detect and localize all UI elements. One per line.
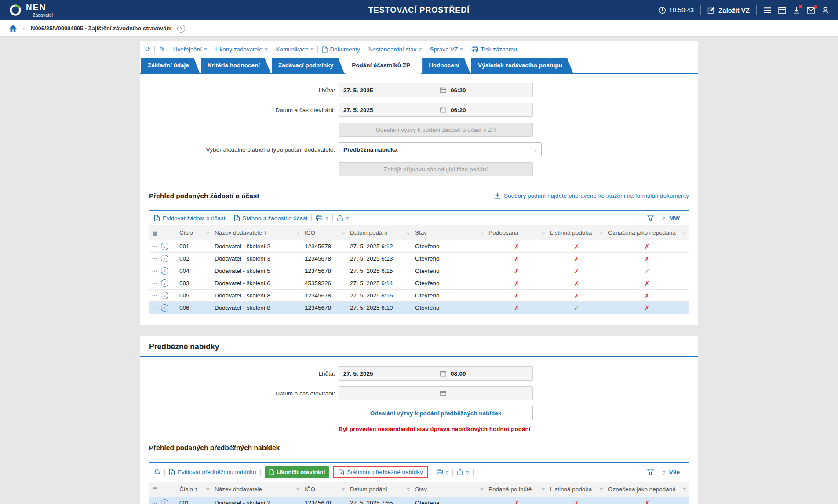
menu-tisk-zaznamu[interactable]: Tisk záznamu — [471, 46, 517, 53]
calendar-icon[interactable] — [778, 7, 786, 14]
tab-kriteria-hodnoceni[interactable]: Kritéria hodnocení — [201, 58, 270, 73]
notifications-bell-icon[interactable] — [154, 469, 160, 476]
menu-uverejneni[interactable]: Uveřejnění ▽ — [173, 46, 207, 53]
table-row[interactable]: •••i002Dodavatel - školení 31234567827. … — [149, 253, 689, 265]
filter-dropdown-icon[interactable]: ▽ — [600, 231, 603, 235]
send-preliminary-request-button[interactable]: Odeslání výzvy k podání předběžných nabí… — [339, 406, 533, 420]
row-menu-icon[interactable]: ••• — [152, 244, 157, 249]
calendar-icon[interactable] — [440, 390, 446, 396]
row-menu-icon[interactable]: ••• — [152, 269, 157, 273]
edit-icon[interactable]: ✎ — [159, 46, 164, 53]
row-info-icon[interactable]: i — [161, 304, 168, 312]
export-button[interactable]: ▽ — [337, 215, 349, 221]
row-info-icon[interactable]: i — [161, 267, 168, 275]
opening-field[interactable]: 27. 5. 2025 06:20 — [339, 103, 533, 117]
export-button[interactable]: ▽ — [457, 469, 469, 475]
col-ico[interactable]: IČO▽ — [302, 225, 347, 240]
filter-dropdown-icon[interactable]: ▽ — [683, 487, 686, 492]
col-cislo[interactable]: Číslo↑▽ — [177, 482, 212, 497]
preliminary-lhuta-field[interactable]: 27. 5. 2025 08:00 — [339, 366, 533, 381]
row-info-icon[interactable]: i — [161, 279, 168, 287]
close-record-icon[interactable]: ✕ — [177, 25, 185, 33]
evidovat-nabidku-button[interactable]: Evidovat předběžnou nabídku — [169, 469, 256, 475]
evidovat-zadost-button[interactable]: Evidovat žádost o účast — [154, 215, 226, 221]
print-button[interactable]: ▽ — [436, 469, 449, 475]
ukoncit-otevirani-button[interactable]: Ukončit otevírání — [265, 466, 330, 478]
send-request-button[interactable]: Odeslání výzvy k podání žádosti o účast … — [339, 123, 533, 137]
table-row[interactable]: •••i004Dodavatel - školení 51234567827. … — [149, 265, 689, 277]
filter-dropdown-icon[interactable]: ▽ — [480, 231, 483, 235]
stahnout-nabidky-button[interactable]: Stáhnout předběžné nabídky — [333, 466, 428, 478]
files-download-link[interactable]: Soubory podání najdete připravené ke sta… — [494, 192, 689, 199]
col-datum-podani[interactable]: Datum podání▽ — [347, 482, 412, 497]
lhuta-field[interactable]: 27. 5. 2025 06:20 — [339, 83, 533, 97]
menu-dokumenty[interactable]: Dokumenty — [322, 46, 360, 53]
row-menu-icon[interactable]: ••• — [152, 257, 157, 261]
row-menu-icon[interactable]: ••• — [152, 294, 157, 298]
filter-dropdown-icon[interactable]: ▽ — [683, 231, 686, 235]
dropdown-icon[interactable]: ▽ — [346, 215, 349, 221]
row-menu-icon[interactable]: ••• — [152, 306, 157, 310]
row-info-icon[interactable]: i — [161, 292, 168, 299]
col-cislo[interactable]: Číslo▽ — [177, 225, 212, 240]
dropdown-icon[interactable]: ▽ — [446, 470, 449, 475]
table-row[interactable]: •••i005Dodavatel - školení 81234567827. … — [149, 290, 689, 302]
col-stav[interactable]: Stav▽ — [412, 482, 486, 497]
tab-zadavaci-podminky[interactable]: Zadávací podmínky — [272, 58, 344, 73]
create-vz-button[interactable]: Založit VZ — [707, 7, 750, 14]
row-info-icon[interactable]: i — [161, 499, 168, 504]
home-icon[interactable] — [9, 25, 17, 32]
next-phase-button[interactable]: Zahájit přípravu následující fáze podání — [339, 162, 533, 176]
col-oznacena-jako-nepodana[interactable]: Označena jako nepodaná▽ — [605, 225, 689, 240]
menu-icon[interactable] — [763, 7, 772, 14]
menu-ukony-zadavatele[interactable]: Úkony zadavatele ▽ — [215, 46, 268, 53]
table-row[interactable]: •••i001Dodavatel - školení 21234567827. … — [149, 497, 689, 504]
row-menu-icon[interactable]: ••• — [152, 501, 157, 504]
menu-sprava-vz[interactable]: Správa VZ ▽ — [430, 46, 463, 53]
print-button[interactable]: ▽ — [316, 215, 328, 221]
view-name[interactable]: Vše — [669, 469, 680, 475]
filter-icon[interactable] — [647, 469, 654, 475]
filter-dropdown-icon[interactable]: ▽ — [407, 231, 410, 235]
filter-dropdown-icon[interactable]: ▽ — [407, 487, 410, 492]
undo-icon[interactable]: ↺ — [145, 46, 150, 53]
col-datum-podani[interactable]: Datum podání▽ — [347, 225, 412, 240]
preliminary-opening-field[interactable] — [339, 386, 533, 400]
filter-dropdown-icon[interactable]: ▽ — [480, 487, 483, 492]
col-podana-po-lhute[interactable]: Podaná po lhůtě▽ — [486, 482, 547, 497]
messages-icon[interactable] — [807, 7, 815, 14]
view-name[interactable]: MW — [669, 215, 680, 221]
col-listinna-podoba[interactable]: Listinná podoba▽ — [547, 225, 605, 240]
submission-type-select[interactable]: Předběžná nabídka ▽ — [339, 142, 542, 156]
table-row[interactable]: •••i006Dodavatel - školení 81234567827. … — [149, 302, 689, 314]
col-oznacena-jako-nepodana[interactable]: Označena jako nepodaná▽ — [605, 482, 689, 497]
menu-komunikace[interactable]: Komunikace ▽ — [276, 46, 314, 53]
view-dropdown-icon[interactable]: ▽ — [662, 215, 665, 221]
tab-hodnoceni[interactable]: Hodnocení — [422, 58, 470, 73]
filter-dropdown-icon[interactable]: ▽ — [600, 487, 603, 492]
downloads-icon[interactable] — [793, 7, 800, 14]
row-menu-icon[interactable]: ••• — [152, 281, 157, 286]
tab-podani-ucastniku-zp[interactable]: Podání účastníků ZP — [345, 58, 421, 74]
calendar-icon[interactable] — [440, 87, 446, 93]
filter-dropdown-icon[interactable]: ▽ — [542, 487, 545, 492]
filter-icon[interactable] — [647, 215, 654, 221]
col-nazev-dodavatele[interactable]: Název dodavatele▽ — [212, 482, 302, 497]
dropdown-icon[interactable]: ▽ — [325, 215, 328, 221]
col-ico[interactable]: IČO▽ — [302, 482, 347, 497]
tab-zakladni-udaje[interactable]: Základní údaje — [141, 58, 200, 73]
filter-dropdown-icon[interactable]: ▽ — [342, 231, 345, 235]
col-nazev-dodavatele[interactable]: Název dodavatele↑▽ — [212, 225, 302, 240]
filter-dropdown-icon[interactable]: ▽ — [542, 231, 545, 235]
row-info-icon[interactable]: i — [161, 243, 168, 250]
menu-nestandardni-stav[interactable]: Nestandardní stav ▽ — [368, 46, 422, 53]
filter-dropdown-icon[interactable]: ▽ — [296, 231, 299, 235]
table-row[interactable]: •••i001Dodavatel - školení 21234567827. … — [149, 240, 689, 253]
filter-dropdown-icon[interactable]: ▽ — [206, 231, 209, 235]
col-podepsana[interactable]: Podepsána▽ — [486, 225, 547, 240]
filter-dropdown-icon[interactable]: ▽ — [206, 487, 209, 492]
filter-dropdown-icon[interactable]: ▽ — [342, 487, 345, 492]
view-dropdown-icon[interactable]: ▽ — [662, 470, 665, 475]
nen-brand[interactable]: NEN Zadavatel — [9, 3, 53, 18]
tab-vysledek-zadavaciho-postupu[interactable]: Výsledek zadávacího postupu — [471, 58, 573, 73]
